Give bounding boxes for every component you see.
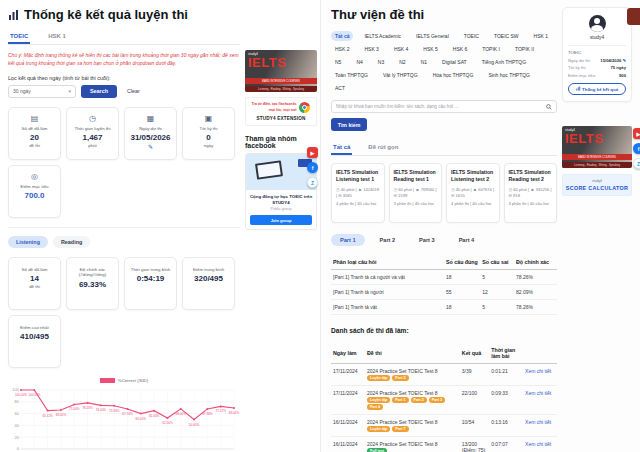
test-card-title: IELTS Simulation Listening test 1 — [336, 169, 380, 184]
youtube-button[interactable]: ▶ — [307, 147, 318, 158]
category-chip[interactable]: N5 — [331, 57, 345, 67]
category-chip[interactable]: HSK 3 — [360, 44, 382, 54]
profile-row: Điểm mục tiêu:900 — [568, 73, 626, 78]
tab-all-tests[interactable]: Tất cả — [331, 140, 352, 155]
category-chip[interactable]: ACT — [331, 83, 349, 93]
category-chip[interactable]: HSK 6 — [449, 44, 471, 54]
profile-exam-label: TOEIC — [568, 45, 626, 55]
stats-link-label: Thống kê kết quả — [582, 87, 618, 92]
test-card[interactable]: IELTS Simulation Reading test 1◷ 60 phút… — [389, 163, 443, 223]
profile-row-label: Tới kỳ thi: — [568, 65, 586, 70]
category-chip[interactable]: TOPIK I — [478, 44, 504, 54]
zalo-button[interactable]: Z — [633, 158, 640, 169]
view-detail-link[interactable]: Xem chi tiết — [525, 368, 551, 374]
tab-short-tests[interactable]: Đề rút gọn — [366, 140, 400, 155]
stat-card: ▦Ngày dự thi31/05/2026✎ — [124, 107, 177, 160]
category-chip[interactable]: HSK 2 — [331, 44, 353, 54]
category-chip[interactable]: Sinh học THPTQG — [484, 70, 534, 80]
comments-icon: ✉ — [451, 193, 456, 198]
view-detail-link[interactable]: Xem chi tiết — [525, 419, 551, 425]
category-chip[interactable]: HSK 1 — [530, 31, 552, 41]
test-card[interactable]: IELTS Simulation Reading test 2◷ 60 phút… — [504, 163, 558, 223]
table-cell: [Part 1] Tranh tả cả người và vật — [331, 270, 444, 285]
history-time: 0:13:16 — [489, 415, 523, 437]
test-card[interactable]: IELTS Simulation Listening test 2◷ 40 ph… — [446, 163, 500, 223]
category-chip[interactable]: Tất cả — [331, 31, 353, 41]
date-range-value: 30 ngày — [13, 88, 31, 94]
date-range-select[interactable]: 30 ngày ▾ — [8, 85, 76, 98]
svg-text:72.22%: 72.22% — [215, 409, 226, 413]
part-pill[interactable]: Part 4 — [450, 234, 484, 246]
stats-link-button[interactable]: Thống kê kết quả — [568, 83, 626, 96]
part-pill[interactable]: Part 2 — [371, 234, 405, 246]
library-search-button[interactable]: Tìm kiếm — [331, 118, 367, 131]
part-pill[interactable]: Part 1 — [331, 234, 365, 246]
tab-hsk1[interactable]: HSK 1 — [46, 29, 68, 44]
test-card[interactable]: IELTS Simulation Listening test 1◷ 40 ph… — [331, 163, 385, 223]
profile-row-label: Ngày dự thi: — [568, 58, 591, 63]
view-detail-link[interactable]: Xem chi tiết — [525, 441, 551, 447]
test-card-parts: 4 phần thi | 40 câu hỏi — [451, 201, 495, 206]
category-chip[interactable]: N3 — [374, 57, 388, 67]
edit-icon[interactable]: ✎ — [621, 58, 626, 63]
table-row: 17/11/20242024 Practice Set TOEIC Test 8… — [331, 386, 557, 415]
category-chip[interactable]: Toán THPTQG — [331, 70, 372, 80]
stat-card: Thời gian trung bình0:54:19 — [124, 257, 177, 310]
table-row[interactable]: [Part 1] Tranh tả vật18578.26% — [331, 300, 557, 315]
history-test: 2024 Practice Set TOEIC Test 8 Luyện tập… — [365, 415, 460, 437]
table-row[interactable]: [Part 1] Tranh tả cả người và vật18578.2… — [331, 270, 557, 285]
category-chip[interactable]: Digital SAT — [438, 57, 471, 67]
svg-text:67.96%: 67.96% — [202, 411, 213, 415]
category-chip[interactable]: N4 — [352, 57, 366, 67]
edit-icon[interactable]: ✎ — [128, 143, 173, 150]
category-chip[interactable]: Vật lý THPTQG — [379, 70, 422, 80]
table-row[interactable]: [Part 1] Tranh tả người551282.09% — [331, 285, 557, 300]
ad-title: IELTS — [565, 132, 629, 146]
clock-icon: ◷ — [509, 187, 514, 192]
history-result: 3/39 — [460, 364, 489, 386]
bar-chart-icon — [8, 9, 20, 21]
ielts-ad-banner[interactable]: study4 IELTS BAND INTENSIVE COURSES List… — [245, 50, 317, 92]
clear-button[interactable]: Clear — [122, 85, 145, 98]
cut-off-widget[interactable] — [627, 8, 640, 25]
category-chip[interactable]: TOPIK II — [511, 44, 538, 54]
category-chip[interactable]: TOEIC SW — [490, 31, 523, 41]
category-chip[interactable]: N2 — [395, 57, 409, 67]
column-header: Số câu sai — [480, 255, 514, 270]
tab-listening[interactable]: Listening — [8, 236, 48, 248]
column-header: Độ chính xác — [514, 255, 557, 270]
tab-reading[interactable]: Reading — [53, 236, 90, 248]
stat-card: ◷Thời gian luyện thi1,467phút — [66, 107, 119, 160]
contact-button[interactable]: ▶ — [633, 128, 640, 139]
category-chip[interactable]: N1 — [417, 57, 431, 67]
tab-toeic[interactable]: TOEIC — [8, 29, 30, 44]
ielts-ad-banner[interactable]: study4 IELTS BAND INTENSIVE COURSES List… — [562, 126, 632, 168]
join-group-button[interactable]: Join group — [250, 215, 312, 225]
stat-sub: đề thi — [12, 284, 57, 289]
search-button[interactable]: Search — [81, 85, 117, 98]
category-chip[interactable]: Hóa học THPTQG — [429, 70, 478, 80]
facebook-button[interactable]: f — [307, 162, 318, 173]
zalo-button[interactable]: Z — [307, 177, 318, 188]
category-chip[interactable]: HSK 5 — [419, 44, 441, 54]
view-detail-link[interactable]: Xem chi tiết — [525, 390, 551, 396]
category-chip[interactable]: IELTS General — [412, 31, 453, 41]
avatar[interactable] — [589, 15, 606, 32]
history-test: 2024 Practice Set TOEIC Test 8 Luyện tập… — [365, 386, 460, 415]
facebook-group-subtitle: Public group — [246, 207, 316, 211]
category-chip[interactable]: TOEIC — [460, 31, 483, 41]
stat-value: 31/05/2026 — [128, 133, 173, 142]
category-chip[interactable]: HSK 4 — [390, 44, 412, 54]
table-row: 16/11/20242024 Practice Set TOEIC Test 8… — [331, 437, 557, 452]
messenger-button[interactable]: f — [633, 143, 640, 154]
library-search-input[interactable] — [336, 104, 546, 109]
calendar-icon: ▦ — [128, 114, 173, 123]
category-chip[interactable]: Tiếng Anh THPTQG — [478, 57, 530, 67]
table-cell: 5 — [480, 270, 514, 285]
extension-ad[interactable]: Tra từ điển, tạo flashcards mọi lúc, mọi… — [245, 97, 317, 126]
svg-text:66.00%: 66.00% — [56, 413, 67, 417]
category-chip[interactable]: IELTS Academic — [360, 31, 405, 41]
part-pill[interactable]: Part 3 — [410, 234, 444, 246]
users-icon: ☻ — [358, 187, 363, 192]
score-calculator-ad[interactable]: study4 SCORE CALCULATOR — [562, 174, 632, 196]
